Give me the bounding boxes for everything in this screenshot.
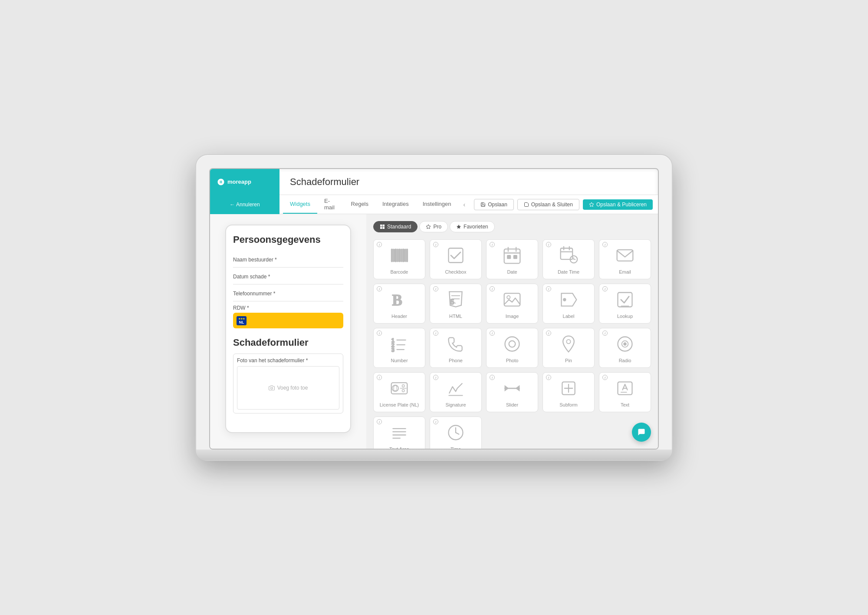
pin-icon: [558, 334, 579, 354]
svg-rect-9: [395, 249, 397, 261]
photo-icon: [502, 334, 523, 354]
svg-point-49: [509, 341, 516, 347]
photo-field-label: Foto van het schadeformulier *: [237, 357, 339, 364]
main-content: Persoonsgegevens Naam bestuurder * Datum…: [210, 214, 658, 449]
widget-radio[interactable]: i Radio: [599, 328, 651, 368]
svg-rect-30: [617, 250, 633, 261]
widget-time[interactable]: i Time: [430, 417, 482, 450]
collapse-button[interactable]: ‹: [458, 201, 470, 208]
svg-rect-10: [397, 249, 398, 261]
header-icon: B: [389, 289, 410, 310]
image-label: Image: [506, 314, 519, 319]
svg-rect-4: [380, 227, 382, 229]
svg-point-50: [566, 340, 570, 344]
signature-icon: [445, 378, 466, 399]
field-datum: Datum schade *: [233, 269, 343, 284]
field-naam-label: Naam bestuurder *: [233, 257, 343, 263]
field-telefoon-label: Telefoonnummer *: [233, 291, 343, 297]
widget-header[interactable]: i B Header: [373, 284, 425, 324]
widget-subform[interactable]: i Subform: [542, 372, 595, 412]
laptop-base: [196, 450, 672, 460]
svg-rect-2: [380, 225, 382, 227]
svg-line-76: [456, 433, 459, 434]
svg-point-1: [270, 387, 273, 389]
widget-email[interactable]: i Email: [599, 239, 651, 279]
tab-integraties[interactable]: Integraties: [375, 195, 416, 214]
widget-phone[interactable]: i Phone: [430, 328, 482, 368]
licenseplate-label: License Plate (NL): [380, 402, 419, 407]
number-icon: 1 2 3: [389, 334, 410, 354]
tab-instellingen[interactable]: Instellingen: [416, 195, 458, 214]
chat-button[interactable]: [632, 423, 651, 442]
nav-tabs: Widgets E-mail Regels Integraties Instel…: [279, 195, 474, 214]
widgets-grid: i: [373, 239, 651, 450]
widget-licenseplate[interactable]: i Licens: [373, 372, 425, 412]
datetime-icon: [558, 245, 579, 266]
back-button[interactable]: ← Annuleren: [210, 195, 279, 214]
text-widget-icon: [615, 378, 635, 399]
svg-rect-8: [393, 249, 394, 261]
save-icon: [480, 202, 486, 207]
date-icon: [502, 245, 523, 266]
save-button[interactable]: Opslaan: [474, 199, 514, 210]
svg-rect-7: [391, 249, 393, 261]
barcode-label: Barcode: [391, 269, 408, 274]
widget-lookup[interactable]: i Lookup: [599, 284, 651, 324]
widget-tab-pro[interactable]: Pro: [419, 221, 448, 232]
favorites-icon: [456, 224, 461, 229]
svg-point-57: [402, 390, 404, 392]
widget-label[interactable]: i Label: [542, 284, 595, 324]
widget-barcode[interactable]: i: [373, 239, 425, 279]
widget-tabs: Standaard Pro Favorieten: [373, 221, 651, 232]
publish-button[interactable]: Opslaan & Publiceren: [583, 199, 653, 210]
widget-slider[interactable]: i Slider: [486, 372, 538, 412]
textarea-icon: [389, 422, 410, 443]
widget-textarea[interactable]: i Text Area: [373, 417, 425, 450]
logo-text: moreapp: [217, 178, 251, 186]
barcode-icon: [389, 245, 410, 266]
widget-photo[interactable]: i Photo: [486, 328, 538, 368]
checkbox-icon: [445, 245, 466, 266]
photo-add-area[interactable]: Voeg foto toe: [237, 366, 339, 410]
svg-rect-13: [402, 249, 404, 261]
tab-widgets[interactable]: Widgets: [283, 195, 317, 214]
widgets-panel: Standaard Pro Favorieten: [366, 214, 658, 450]
widget-checkbox[interactable]: i Checkbox: [430, 239, 482, 279]
email-label: Email: [619, 269, 631, 274]
widget-image[interactable]: i Image: [486, 284, 538, 324]
phone-preview-panel: Persoonsgegevens Naam bestuurder * Datum…: [210, 214, 366, 449]
subform-icon: [558, 378, 579, 399]
widget-tab-standard[interactable]: Standaard: [373, 221, 418, 232]
svg-point-39: [563, 298, 566, 301]
logo-label: moreapp: [227, 179, 251, 185]
svg-point-56: [402, 385, 404, 387]
svg-point-48: [505, 337, 519, 351]
phone-preview: Persoonsgegevens Naam bestuurder * Datum…: [225, 225, 351, 433]
svg-rect-17: [504, 249, 520, 263]
field-telefoon: Telefoonnummer *: [233, 286, 343, 301]
time-label: Time: [450, 446, 461, 450]
phone-label: Phone: [449, 358, 463, 363]
widget-text[interactable]: i Text: [599, 372, 651, 412]
camera-icon: [269, 385, 275, 391]
section1-title: Persoonsgegevens: [233, 234, 343, 245]
widget-number[interactable]: i 1 2 3 Num: [373, 328, 425, 368]
save-close-button[interactable]: Opslaan & Sluiten: [517, 199, 579, 210]
svg-marker-6: [457, 225, 461, 229]
widget-signature[interactable]: i Signature: [430, 372, 482, 412]
widget-datetime[interactable]: i: [542, 239, 595, 279]
widget-html[interactable]: i 5 HTML: [430, 284, 482, 324]
date-label: Date: [507, 269, 517, 274]
slider-icon: [502, 378, 523, 399]
tab-regels[interactable]: Regels: [344, 195, 375, 214]
svg-marker-63: [516, 386, 519, 391]
page-title: Schadeformulier: [279, 176, 658, 188]
photo-label: Photo: [506, 358, 519, 363]
widget-tab-favorites[interactable]: Favorieten: [450, 221, 495, 232]
svg-text:B: B: [392, 292, 402, 309]
tab-email[interactable]: E-mail: [317, 195, 344, 214]
field-datum-label: Datum schade *: [233, 274, 343, 280]
widget-date[interactable]: i Date: [486, 239, 538, 279]
widget-pin[interactable]: i Pin: [542, 328, 595, 368]
textarea-label: Text Area: [389, 446, 409, 450]
